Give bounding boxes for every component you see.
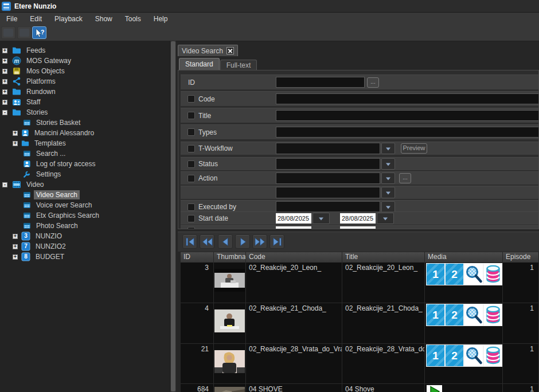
expand-toggle-icon[interactable]: + <box>13 141 18 146</box>
column-header-media[interactable]: Media <box>425 252 503 262</box>
sidebar-item-nunzio[interactable]: + 3 NUNZIO <box>0 231 170 241</box>
start-date-to-field[interactable]: 28/08/2025 <box>340 213 376 224</box>
menu-edit[interactable]: Edit <box>24 15 48 23</box>
sidebar-item-mos-gateway[interactable]: + MOS Gateway <box>0 56 170 66</box>
table-row[interactable]: 684 04 SHOVE 04 Shove 1 <box>181 384 539 392</box>
action-secondary-dropdown-button[interactable] <box>381 187 395 198</box>
column-header-thumbnail[interactable]: Thumbnail <box>214 252 246 262</box>
action-secondary-dropdown[interactable] <box>276 187 380 198</box>
scrollbar-thumb[interactable] <box>171 41 175 391</box>
sidebar-item-settings[interactable]: Settings <box>0 169 170 179</box>
types-input[interactable] <box>276 127 539 138</box>
code-input[interactable] <box>276 93 539 104</box>
next-record-button[interactable] <box>235 234 250 249</box>
close-icon[interactable] <box>226 47 234 54</box>
sidebar-item-mancini-alessandro[interactable]: + Mancini Alessandro <box>0 128 170 138</box>
expand-toggle-icon[interactable]: + <box>13 254 18 260</box>
action-dropdown-button[interactable] <box>381 173 395 184</box>
t-workflow-dropdown-button[interactable] <box>381 143 395 154</box>
sidebar-scrollbar[interactable] <box>170 41 176 392</box>
grid-view-button[interactable] <box>17 26 32 39</box>
start-date-from-dropdown-button[interactable] <box>313 213 330 224</box>
clip1-icon[interactable]: 1 <box>427 264 444 285</box>
status-checkbox[interactable] <box>188 160 195 168</box>
sidebar-item-rundown[interactable]: + Rundown <box>0 87 170 97</box>
archive-database-icon[interactable] <box>484 304 502 326</box>
play-icon[interactable] <box>427 385 442 392</box>
tab-full-text[interactable]: Full-text <box>220 60 257 70</box>
column-header-id[interactable]: ID <box>181 252 214 262</box>
expand-toggle-icon[interactable]: + <box>2 89 7 95</box>
expand-toggle-icon[interactable]: + <box>2 58 7 64</box>
expand-toggle-icon[interactable]: + <box>2 69 7 74</box>
title-checkbox[interactable] <box>188 112 195 119</box>
sidebar-item-log-of-story-access[interactable]: Log of story access <box>0 159 170 169</box>
sidebar-item-feeds[interactable]: + Feeds <box>0 45 170 56</box>
clipped-date-field[interactable] <box>276 226 311 229</box>
expand-toggle-icon[interactable]: + <box>2 79 7 84</box>
previous-record-button[interactable] <box>218 234 233 249</box>
action-dropdown[interactable] <box>276 173 380 184</box>
clip1-icon[interactable]: 1 <box>427 304 444 326</box>
menu-tools[interactable]: Tools <box>119 15 147 23</box>
executed-by-checkbox[interactable] <box>188 203 195 211</box>
sidebar-item-voice-over-search[interactable]: Voice over Search <box>0 200 170 210</box>
column-header-code[interactable]: Code <box>246 252 342 262</box>
id-input[interactable] <box>276 77 365 88</box>
sidebar-item-nunzio2[interactable]: + 7 NUNZIO2 <box>0 241 170 252</box>
sidebar-item-budget[interactable]: + 8 BUDGET <box>0 252 170 262</box>
menu-playback[interactable]: Playback <box>48 15 89 23</box>
sidebar-item-stories-basket[interactable]: Stories Basket <box>0 117 170 128</box>
clip1-icon[interactable]: 1 <box>427 345 444 366</box>
column-header-title[interactable]: Title <box>342 252 425 262</box>
start-date-checkbox[interactable] <box>188 215 195 222</box>
tab-standard[interactable]: Standard <box>179 58 220 70</box>
archive-database-icon[interactable] <box>484 345 502 366</box>
executed-by-dropdown-button[interactable] <box>381 201 395 213</box>
expand-toggle-icon[interactable]: + <box>13 234 18 239</box>
menu-file[interactable]: File <box>0 15 24 23</box>
proxy-search-icon[interactable] <box>464 264 483 285</box>
sidebar-item-templates[interactable]: + Templates <box>0 138 170 148</box>
action-browse-button[interactable]: ... <box>399 173 411 183</box>
fast-forward-button[interactable] <box>252 234 267 249</box>
table-row[interactable]: 3 02_Reakcije_20_Leon_ 02_Reakcije_20_Le… <box>181 262 539 303</box>
table-row[interactable]: 4 02_Reakcije_21_Choda_ 02_Reakcije_21_C… <box>181 303 539 344</box>
preview-button[interactable]: Preview <box>401 143 427 154</box>
start-date-to-dropdown-button[interactable] <box>377 213 394 224</box>
id-browse-button[interactable]: ... <box>367 77 379 88</box>
code-checkbox[interactable] <box>188 95 195 103</box>
collapse-toggle-icon[interactable]: - <box>2 110 7 115</box>
types-checkbox[interactable] <box>188 128 195 136</box>
t-workflow-dropdown[interactable] <box>276 143 380 154</box>
action-checkbox[interactable] <box>188 175 195 182</box>
clip2-icon[interactable]: 2 <box>446 345 463 366</box>
column-header-episode[interactable]: Episode <box>503 252 539 262</box>
sidebar-item-etx-graphics-search[interactable]: Etx Graphics Search <box>0 210 170 221</box>
executed-by-dropdown[interactable] <box>276 201 380 213</box>
fast-previous-button[interactable] <box>200 234 214 249</box>
proxy-search-icon[interactable] <box>464 345 483 366</box>
sidebar-item-search[interactable]: Search ... <box>0 148 170 159</box>
sidebar-item-photo-search[interactable]: Photo Search <box>0 221 170 231</box>
t-workflow-checkbox[interactable] <box>188 145 195 152</box>
table-row[interactable]: 21 02_Reakcije_28_Vrata_do_Vra 02_Reakci… <box>181 344 539 384</box>
expand-toggle-icon[interactable]: + <box>2 100 7 105</box>
undo-button[interactable] <box>1 26 15 39</box>
video-search-doc-tab[interactable]: Video Search <box>178 45 238 56</box>
last-record-button[interactable] <box>270 234 284 249</box>
expand-toggle-icon[interactable]: + <box>2 48 7 53</box>
archive-database-icon[interactable] <box>484 264 502 285</box>
sidebar-item-mos-objects[interactable]: + Mos Objects <box>0 66 170 76</box>
sidebar-item-video[interactable]: - Video <box>0 179 170 190</box>
clip2-icon[interactable]: 2 <box>446 304 463 326</box>
sidebar-item-video-search[interactable]: Video Search <box>0 190 170 200</box>
expand-toggle-icon[interactable]: + <box>13 131 18 136</box>
proxy-search-icon[interactable] <box>464 304 483 326</box>
collapse-toggle-icon[interactable]: - <box>2 182 7 187</box>
status-dropdown-button[interactable] <box>381 158 395 170</box>
title-input[interactable] <box>276 110 539 121</box>
clip2-icon[interactable]: 2 <box>446 264 463 285</box>
menu-help[interactable]: Help <box>147 15 174 23</box>
status-dropdown[interactable] <box>276 158 380 170</box>
